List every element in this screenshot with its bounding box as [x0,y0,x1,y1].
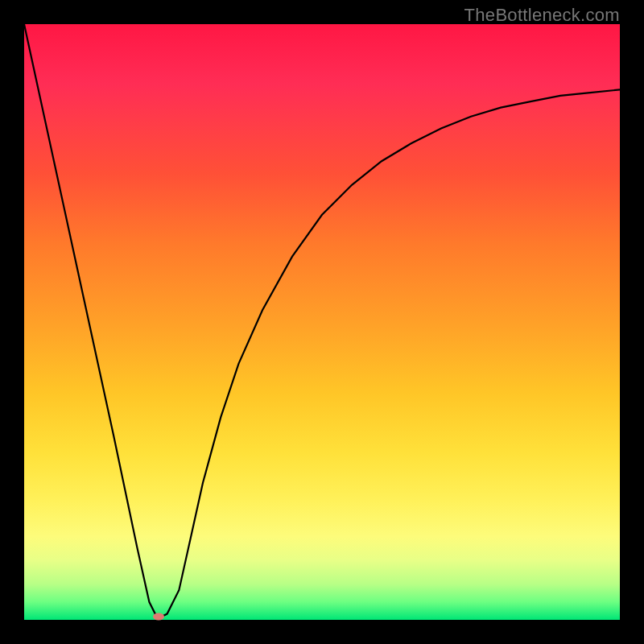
plot-area [24,24,620,620]
curve-layer [24,24,620,620]
optimum-marker [153,613,164,621]
watermark-text: TheBottleneck.com [464,5,620,26]
bottleneck-curve [24,24,620,617]
chart-frame: TheBottleneck.com [0,0,644,644]
